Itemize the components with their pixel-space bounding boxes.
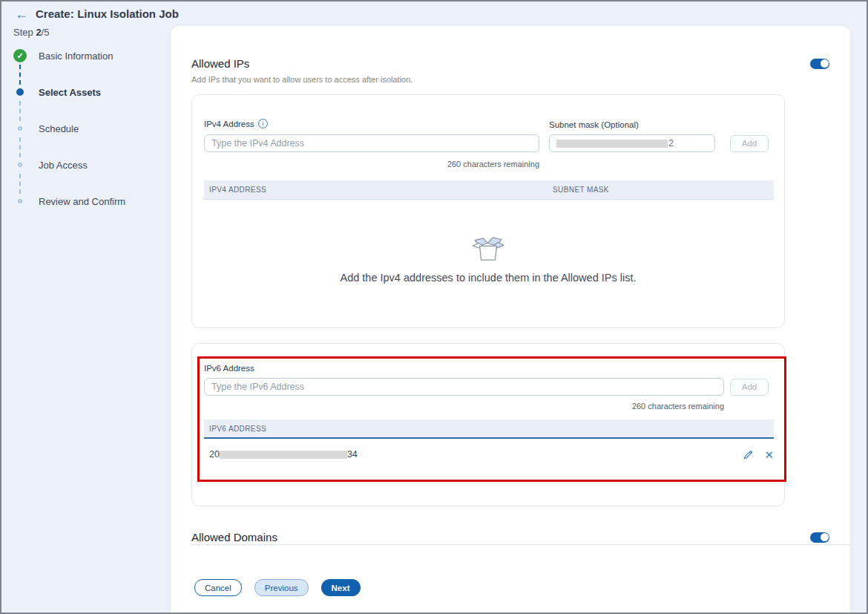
ipv4-address-label: IPv4 Address i — [204, 119, 268, 128]
subnet-mask-input[interactable]: 2 — [549, 134, 715, 152]
col-ipv4-address: IPV4 ADDRESS — [204, 186, 553, 194]
sidebar-step-job-access[interactable]: Job Access — [13, 158, 162, 172]
step-label: Select Assets — [39, 87, 101, 98]
active-step-icon — [16, 88, 24, 96]
check-circle-icon: ✓ — [13, 49, 27, 62]
ipv6-chars-remaining: 260 characters remaining — [204, 402, 724, 411]
subnet-mask-label: Subnet mask (Optional) — [549, 120, 639, 129]
ipv6-address-label: IPv6 Address — [204, 364, 254, 373]
col-subnet-mask: SUBNET MASK — [553, 186, 609, 194]
sidebar-step-schedule[interactable]: Schedule — [13, 122, 162, 135]
ipv4-empty-state: Add the Ipv4 addresses to include them i… — [192, 236, 784, 284]
ipv4-empty-message: Add the Ipv4 addresses to include them i… — [192, 272, 784, 284]
sidebar-step-review-and-confirm[interactable]: Review and Confirm — [13, 195, 162, 208]
edit-pencil-icon[interactable] — [743, 449, 754, 460]
ipv6-add-button[interactable]: Add — [730, 379, 769, 396]
step-indicator: Step 2/5 — [13, 27, 49, 38]
ipv4-chars-remaining: 260 characters remaining — [204, 160, 539, 169]
step-label: Schedule — [39, 123, 79, 134]
info-icon[interactable]: i — [258, 119, 268, 128]
cancel-button[interactable]: Cancel — [194, 579, 242, 596]
pending-step-icon — [18, 163, 22, 167]
wizard-stepper: ✓ Basic Information Select Assets Schedu… — [13, 49, 162, 231]
next-button[interactable]: Next — [321, 579, 361, 596]
allowed-ips-title: Allowed IPs — [191, 57, 249, 70]
ipv6-table-header: IPV6 ADDRESS — [204, 419, 774, 439]
pending-step-icon — [18, 199, 22, 203]
main-content-panel: Allowed IPs Add IPs that you want to all… — [171, 26, 850, 613]
ipv6-address-input[interactable] — [204, 378, 724, 396]
ipv6-panel: IPv6 Address Add 260 characters remainin… — [191, 343, 785, 506]
previous-button[interactable]: Previous — [254, 579, 309, 596]
ipv4-table-header: IPV4 ADDRESS SUBNET MASK — [204, 180, 774, 200]
sidebar-step-basic-information[interactable]: ✓ Basic Information — [13, 49, 162, 62]
wizard-footer: Cancel Previous Next — [194, 579, 361, 596]
ipv4-add-button[interactable]: Add — [730, 135, 769, 152]
ipv6-value-suffix: 34 — [347, 449, 358, 460]
empty-box-icon — [471, 236, 505, 263]
redacted-placeholder — [556, 140, 668, 148]
ipv4-panel: IPv4 Address i Subnet mask (Optional) 2 … — [191, 94, 785, 328]
allowed-ips-toggle[interactable] — [810, 59, 829, 69]
page-title: Linux Isolation Job — [77, 7, 179, 20]
page-header: ← Create: Linux Isolation Job — [15, 7, 179, 21]
back-arrow-icon[interactable]: ← — [15, 7, 28, 21]
col-ipv6-address: IPV6 ADDRESS — [204, 425, 266, 433]
ipv4-address-input[interactable] — [204, 134, 539, 152]
step-label: Basic Information — [39, 50, 113, 62]
sidebar-step-select-assets[interactable]: Select Assets — [13, 85, 162, 99]
allowed-domains-toggle[interactable] — [810, 532, 829, 543]
ipv6-table-row: 20 34 ✕ — [204, 444, 774, 465]
allowed-ips-description: Add IPs that you want to allow users to … — [191, 75, 412, 84]
delete-x-icon[interactable]: ✕ — [764, 449, 774, 460]
allowed-domains-title: Allowed Domains — [191, 531, 277, 543]
page-title-prefix: Create: — [36, 7, 74, 20]
step-label: Job Access — [39, 160, 88, 171]
ipv6-value-prefix: 20 — [204, 449, 220, 460]
pending-step-icon — [18, 126, 22, 131]
section-divider — [191, 544, 850, 545]
create-job-wizard-window: ← Create: Linux Isolation Job Step 2/5 ✓… — [0, 0, 868, 614]
step-label: Review and Confirm — [39, 196, 125, 207]
redacted-ipv6-value — [220, 451, 347, 459]
